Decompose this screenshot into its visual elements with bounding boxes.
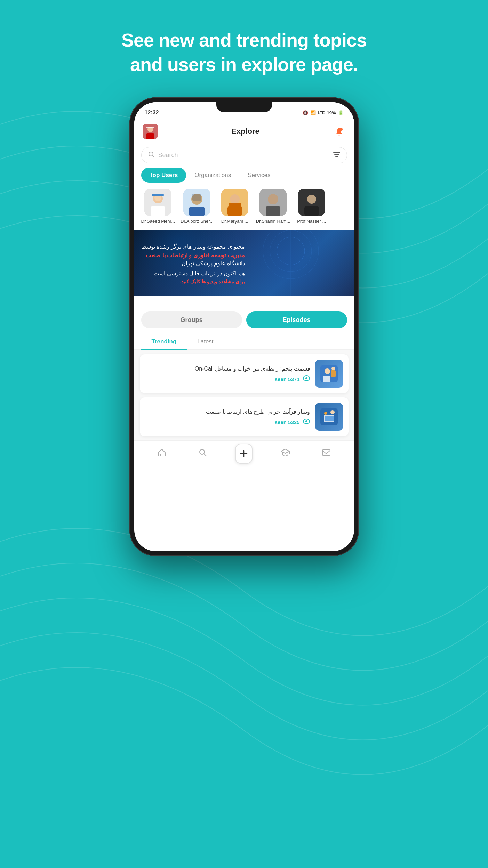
episodes-list: قسمت پنجم: رابطه‌ی بین خواب و مشاغل On-C… xyxy=(134,350,354,440)
tab-services[interactable]: Services xyxy=(239,168,279,183)
banner-section: محتوای مجموعه وبینار های برگزارشده توسط … xyxy=(134,230,354,306)
latest-subtab[interactable]: Latest xyxy=(187,334,224,349)
status-time: 12:32 xyxy=(145,109,159,116)
svg-line-7 xyxy=(152,156,154,157)
nav-search[interactable] xyxy=(194,445,211,462)
banner-image[interactable]: محتوای مجموعه وبینار های برگزارشده توسط … xyxy=(134,230,354,296)
user-item-1[interactable]: Dr.Saeed Mehr... xyxy=(141,189,175,225)
svg-rect-40 xyxy=(331,370,336,377)
user-avatar[interactable] xyxy=(143,124,158,139)
svg-rect-3 xyxy=(146,127,154,128)
svg-point-36 xyxy=(305,377,307,379)
episode-title-2: وبینار فرآیند اجرایی طرح های ارتباط با ص… xyxy=(145,408,310,416)
dot-2[interactable] xyxy=(243,296,246,299)
user-name-2: Dr.Alborz Sher... xyxy=(181,219,214,225)
mail-icon xyxy=(321,448,331,460)
app-header: Explore xyxy=(134,120,354,143)
groups-tab[interactable]: Groups xyxy=(141,311,242,328)
users-row: Dr.Saeed Mehr... Dr xyxy=(141,189,347,225)
page-title: Explore xyxy=(231,127,259,136)
user-item-3[interactable]: Dr.Maryam ... xyxy=(219,189,250,225)
add-button[interactable] xyxy=(235,444,253,464)
user-item-4[interactable]: Dr.Shahin Ham... xyxy=(256,189,290,225)
seen-count-2: 5325 seen xyxy=(275,419,300,425)
eye-icon-1 xyxy=(303,375,310,383)
user-avatar-3 xyxy=(221,189,248,216)
dot-3[interactable] xyxy=(248,296,250,299)
sub-tabs: Trending Latest xyxy=(134,334,354,350)
svg-rect-18 xyxy=(189,207,205,216)
svg-rect-13 xyxy=(151,206,165,216)
user-avatar-2 xyxy=(183,189,210,216)
nav-home[interactable] xyxy=(153,445,170,462)
banner-line4: هم اکنون در تریتاپ قابل دسترسی است. xyxy=(141,269,245,279)
episode-stats-2: 5325 seen xyxy=(145,419,310,426)
episode-card-2[interactable]: وبینار فرآیند اجرایی طرح های ارتباط با ص… xyxy=(140,397,349,436)
search-section: Search xyxy=(134,143,354,168)
svg-rect-23 xyxy=(229,203,241,206)
nav-add[interactable] xyxy=(235,445,253,462)
hero-text: See new and trending topics and users in… xyxy=(121,28,367,76)
user-avatar-5 xyxy=(298,189,325,216)
dot-1[interactable] xyxy=(238,296,241,299)
svg-rect-15 xyxy=(152,194,164,196)
svg-rect-55 xyxy=(322,450,330,455)
svg-point-43 xyxy=(305,420,307,422)
eye-icon-2 xyxy=(303,419,310,426)
svg-point-48 xyxy=(324,412,327,415)
status-icons: 🔇 📶 LTE 19% 🔋 xyxy=(303,110,344,115)
filter-icon[interactable] xyxy=(333,151,341,159)
episode-text-2: وبینار فرآیند اجرایی طرح های ارتباط با ص… xyxy=(145,408,310,426)
svg-point-21 xyxy=(230,194,240,204)
episode-card-1[interactable]: قسمت پنجم: رابطه‌ی بین خواب و مشاغل On-C… xyxy=(140,354,349,393)
svg-point-4 xyxy=(339,135,340,136)
banner-line3: دانشگاه علوم پزشکی تهران xyxy=(141,259,245,269)
banner-line1: محتوای مجموعه وبینار های برگزارشده توسط xyxy=(141,242,245,252)
svg-rect-39 xyxy=(323,376,330,382)
tab-top-users[interactable]: Top Users xyxy=(141,168,186,183)
svg-point-38 xyxy=(325,368,330,374)
banner-line2: مدیریت توسعه فناوری و ارتباطات با صنعت xyxy=(141,252,245,259)
phone-device: 12:32 🔇 📶 LTE 19% 🔋 xyxy=(129,97,359,556)
search-bar[interactable]: Search xyxy=(141,147,347,163)
hero-line2: and users in explore page. xyxy=(130,54,358,75)
top-users-section: Dr.Saeed Mehr... Dr xyxy=(134,183,354,230)
user-avatar-1 xyxy=(144,189,171,216)
phone-notch xyxy=(216,102,272,112)
svg-rect-47 xyxy=(325,416,334,421)
svg-rect-2 xyxy=(146,133,154,139)
episode-text-1: قسمت پنجم: رابطه‌ی بین خواب و مشاغل On-C… xyxy=(145,365,310,383)
nav-messages[interactable] xyxy=(318,445,335,462)
user-item-2[interactable]: Dr.Alborz Sher... xyxy=(181,189,214,225)
bottom-navigation xyxy=(134,440,354,467)
banner-indicators xyxy=(238,296,250,299)
svg-point-28 xyxy=(307,195,316,204)
svg-point-25 xyxy=(268,194,278,204)
episode-thumb-1 xyxy=(315,360,343,388)
tab-organizations[interactable]: Organizations xyxy=(186,168,239,183)
user-item-5[interactable]: Prof.Nasser ... xyxy=(296,189,327,225)
svg-rect-22 xyxy=(227,206,242,216)
seen-count-1: 5371 seen xyxy=(275,376,300,382)
svg-rect-29 xyxy=(304,206,319,216)
trending-subtab[interactable]: Trending xyxy=(141,334,187,349)
notification-bell[interactable] xyxy=(333,125,345,138)
episode-title-1: قسمت پنجم: رابطه‌ی بین خواب و مشاغل On-C… xyxy=(145,365,310,373)
search-icon xyxy=(148,151,155,160)
banner-link[interactable]: برای مشاهده ویدیو ها کلیک کنید. xyxy=(141,279,245,284)
user-name-4: Dr.Shahin Ham... xyxy=(256,219,290,225)
search-nav-icon xyxy=(198,448,208,460)
nav-learn[interactable] xyxy=(277,445,294,462)
user-avatar-4 xyxy=(259,189,287,216)
search-placeholder-text: Search xyxy=(158,152,329,159)
svg-rect-19 xyxy=(192,194,201,201)
user-name-3: Dr.Maryam ... xyxy=(221,219,248,225)
episodes-tab[interactable]: Episodes xyxy=(246,311,347,328)
svg-line-50 xyxy=(204,454,207,456)
hero-line1: See new and trending topics xyxy=(121,30,367,50)
banner-text: محتوای مجموعه وبینار های برگزارشده توسط … xyxy=(141,242,245,284)
svg-point-41 xyxy=(331,367,335,370)
episode-stats-1: 5371 seen xyxy=(145,375,310,383)
graduation-icon xyxy=(280,448,290,460)
avatar-image xyxy=(143,124,158,139)
